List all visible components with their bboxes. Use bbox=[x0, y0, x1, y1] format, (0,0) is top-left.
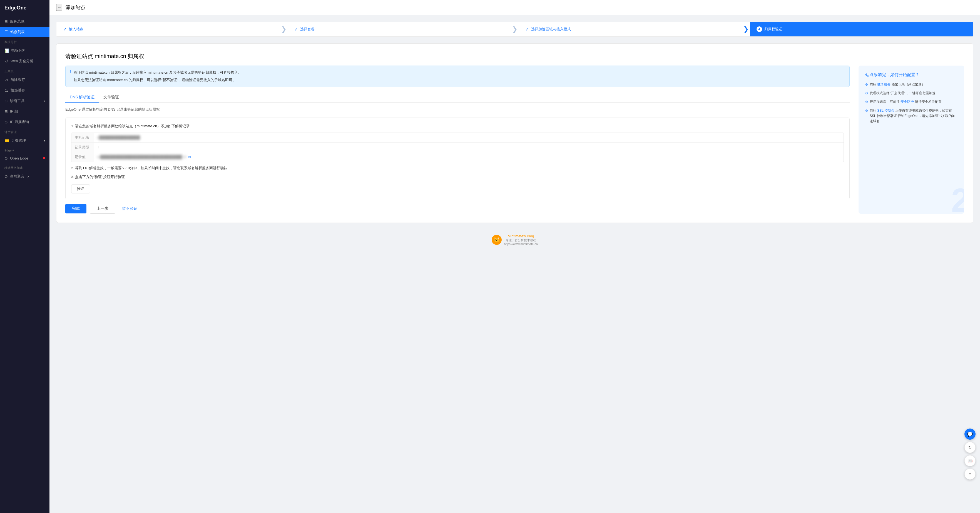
step-input-site: ✓ 输入站点 bbox=[56, 22, 280, 37]
footer-tagline: 专注于音分析技术教程 bbox=[504, 238, 538, 242]
ip-lookup-icon: ⊙ bbox=[5, 120, 8, 124]
fab-group: 💬 ↻ 📖 ≡ bbox=[964, 429, 975, 480]
section-label-billing: 计费管理 bbox=[0, 127, 49, 135]
right-item-1: ⊙ 代理模式选择"开启代理"，一键开启七层加速 bbox=[865, 91, 958, 96]
clear-icon: 🗂 bbox=[5, 78, 8, 82]
tab-dns-verify[interactable]: DNS 解析验证 bbox=[65, 92, 99, 103]
section-label-mobile: 移动网络加速 bbox=[0, 163, 49, 171]
main-content: ← 添加站点 ✓ 输入站点 ❯ ✓ 选择套餐 ❯ ✓ 选择加速区域与接入模式 ❯… bbox=[49, 0, 980, 513]
sidebar-item-open-edge[interactable]: ⊙ Open Edge bbox=[0, 153, 49, 163]
dns-row-host: 主机记录 e████████████████ bbox=[72, 133, 843, 143]
step-check-icon-3: ✓ bbox=[525, 27, 529, 32]
sidebar-item-diagnose[interactable]: ⊙ 诊断工具 ▾ bbox=[0, 95, 49, 106]
step-arrow-1: ❯ bbox=[280, 25, 288, 33]
chart-icon: 📊 bbox=[5, 48, 9, 53]
type-value-text: T bbox=[97, 145, 99, 149]
chevron-down-icon: ▾ bbox=[44, 100, 45, 103]
sidebar-item-clear-cache[interactable]: 🗂 清除缓存 bbox=[0, 75, 49, 85]
card-title: 请验证站点 mintimate.cn 归属权 bbox=[65, 52, 964, 60]
prev-button[interactable]: 上一步 bbox=[90, 204, 115, 214]
notification-dot bbox=[43, 157, 45, 159]
menu-fab[interactable]: ≡ bbox=[964, 469, 975, 480]
skip-button[interactable]: 暂不验证 bbox=[119, 204, 141, 213]
section-label-edge-plus: Edge + bbox=[0, 146, 49, 153]
right-panel: 站点添加完，如何开始配置？ ⊙ 前往 域名服务 添加记录（站点加速） ⊙ 代理模… bbox=[859, 65, 964, 214]
footer-buttons: 完成 上一步 暂不验证 bbox=[65, 204, 850, 214]
refresh-fab[interactable]: ↻ bbox=[964, 442, 975, 453]
sidebar-item-billing[interactable]: 💳 计费管理 ▾ bbox=[0, 135, 49, 146]
sidebar-logo: EdgeOne bbox=[0, 0, 49, 16]
sidebar-item-multi-network[interactable]: ⊙ 多网聚合 ↗ bbox=[0, 171, 49, 182]
dns-step3: 3. 点击下方的"验证"按钮开始验证 bbox=[71, 174, 844, 180]
verify-button[interactable]: 验证 bbox=[71, 184, 90, 194]
bullet-icon-3: ⊙ bbox=[865, 108, 868, 124]
bullet-icon-1: ⊙ bbox=[865, 91, 868, 96]
dns-description: EdgeOne 通过解析指定的 DNS 记录来验证您的站点归属权 bbox=[65, 107, 850, 112]
record-value: re████████████████████████████████ nf ⧉ bbox=[94, 152, 843, 162]
alert-content: 验证站点 mintimate.cn 归属权之后，后续接入 mintimate.c… bbox=[74, 69, 242, 83]
dns-table: 主机记录 e████████████████ 记录类型 T bbox=[71, 133, 844, 162]
external-link-icon: ↗ bbox=[27, 175, 29, 178]
dns-row-type: 记录类型 T bbox=[72, 143, 843, 152]
sidebar-item-metrics[interactable]: 📊 指标分析 bbox=[0, 45, 49, 56]
right-item-2: ⊙ 开启加速后，可前往 安全防护 进行安全相关配置 bbox=[865, 99, 958, 105]
step-arrow-3: ❯ bbox=[742, 25, 750, 33]
bullet-icon-0: ⊙ bbox=[865, 82, 868, 87]
diagnose-icon: ⊙ bbox=[5, 98, 8, 103]
chat-fab[interactable]: 💬 bbox=[964, 429, 975, 440]
step-check-icon-2: ✓ bbox=[294, 27, 298, 32]
watermark: 2 bbox=[951, 181, 964, 214]
ssl-link[interactable]: SSL 控制台 bbox=[877, 109, 894, 113]
verify-tabs: DNS 解析验证 文件验证 bbox=[65, 92, 850, 103]
card-left: ℹ 验证站点 mintimate.cn 归属权之后，后续接入 mintimate… bbox=[65, 65, 850, 214]
page-footer: 🐱 Mintimate's Blog 专注于音分析技术教程 https://ww… bbox=[56, 230, 973, 250]
preheat-icon: 🗂 bbox=[5, 88, 8, 92]
host-value-text: e████████████████ bbox=[97, 135, 140, 140]
back-button[interactable]: ← bbox=[56, 4, 62, 11]
book-fab[interactable]: 📖 bbox=[964, 455, 975, 466]
sidebar-item-ip-lookup[interactable]: ⊙ IP 归属查询 bbox=[0, 117, 49, 127]
sidebar-item-preheat-cache[interactable]: 🗂 预热缓存 bbox=[0, 85, 49, 95]
step-arrow-2: ❯ bbox=[511, 25, 519, 33]
tab-file-verify[interactable]: 文件验证 bbox=[99, 92, 123, 103]
open-edge-icon: ⊙ bbox=[5, 156, 8, 160]
sidebar-item-ip-group[interactable]: ⊞ IP 组 bbox=[0, 106, 49, 117]
dns-row-record: 记录值 re████████████████████████████████ n… bbox=[72, 152, 843, 162]
step-check-icon: ✓ bbox=[63, 27, 67, 32]
footer-logo-icon: 🐱 bbox=[492, 235, 502, 245]
stepper: ✓ 输入站点 ❯ ✓ 选择套餐 ❯ ✓ 选择加速区域与接入模式 ❯ 4 归属权验… bbox=[56, 22, 973, 37]
alert-box: ℹ 验证站点 mintimate.cn 归属权之后，后续接入 mintimate… bbox=[65, 65, 850, 87]
page-title: 添加站点 bbox=[65, 4, 86, 11]
main-card: 请验证站点 mintimate.cn 归属权 ℹ 验证站点 mintimate.… bbox=[56, 43, 973, 223]
sidebar-item-service-overview[interactable]: ⊞ 服务总览 bbox=[0, 16, 49, 27]
network-icon: ⊙ bbox=[5, 174, 8, 179]
right-item-3: ⊙ 前往 SSL 控制台 上传自有证书或购买付费证书，如需在 SSL 控制台部署… bbox=[865, 108, 958, 124]
copy-icon[interactable]: ⧉ bbox=[188, 155, 191, 159]
info-icon: ℹ bbox=[70, 70, 72, 83]
done-button[interactable]: 完成 bbox=[65, 204, 86, 213]
step-ownership: 4 归属权验证 bbox=[750, 22, 973, 37]
host-label: 主机记录 bbox=[72, 133, 94, 142]
step-num-4: 4 bbox=[757, 26, 762, 32]
shield-icon: 🛡 bbox=[5, 59, 8, 64]
dns-service-link[interactable]: 域名服务 bbox=[877, 83, 891, 86]
security-link[interactable]: 安全防护 bbox=[900, 100, 914, 104]
type-value: T bbox=[94, 143, 843, 152]
right-panel-title: 站点添加完，如何开始配置？ bbox=[865, 72, 958, 78]
grid-icon: ⊞ bbox=[5, 19, 8, 24]
sidebar-item-web-security[interactable]: 🛡 Web 安全分析 bbox=[0, 56, 49, 67]
dns-step1: 1. 请在您的域名解析服务商处给该站点（mintimate.cn）添加如下解析记… bbox=[71, 123, 844, 129]
list-icon: ☰ bbox=[5, 30, 8, 34]
page-header: ← 添加站点 bbox=[49, 0, 980, 15]
footer-logo: 🐱 Mintimate's Blog 专注于音分析技术教程 https://ww… bbox=[60, 234, 969, 246]
sidebar: EdgeOne ⊞ 服务总览 ☰ 站点列表 数据分析 📊 指标分析 🛡 Web … bbox=[0, 0, 49, 513]
content-area: ✓ 输入站点 ❯ ✓ 选择套餐 ❯ ✓ 选择加速区域与接入模式 ❯ 4 归属权验… bbox=[49, 15, 980, 513]
dns-step2: 2. 等到TXT解析生效，一般需要5~10分钟，如果长时间未生效，请您联系域名解… bbox=[71, 165, 844, 171]
sidebar-item-site-list[interactable]: ☰ 站点列表 bbox=[0, 27, 49, 37]
type-label: 记录类型 bbox=[72, 143, 94, 152]
host-value: e████████████████ bbox=[94, 133, 843, 142]
record-label: 记录值 bbox=[72, 152, 94, 162]
chevron-down-icon: ▾ bbox=[44, 139, 45, 142]
billing-icon: 💳 bbox=[5, 138, 9, 143]
record-value-text: re████████████████████████████████ nf bbox=[97, 155, 186, 159]
